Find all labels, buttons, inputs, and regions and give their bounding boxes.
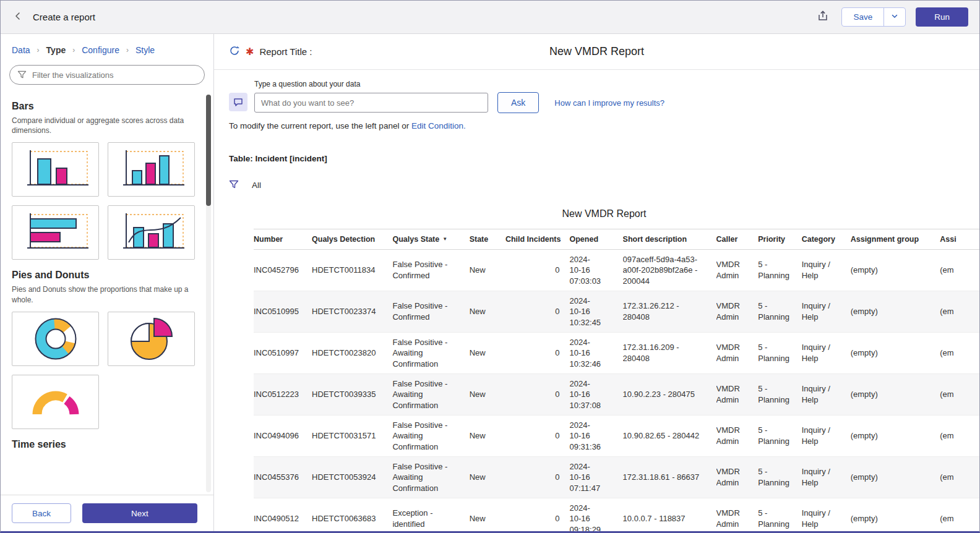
- cell-qualys_detection[interactable]: HDETCT0023820: [312, 333, 392, 374]
- visualization-filter-input[interactable]: [9, 65, 205, 85]
- column-header-caller[interactable]: Caller: [716, 229, 759, 250]
- report-title-value[interactable]: New VMDR Report: [549, 45, 644, 58]
- cell-caller[interactable]: VMDR Admin: [716, 457, 759, 498]
- cell-caller[interactable]: VMDR Admin: [716, 498, 759, 532]
- share-button[interactable]: [814, 7, 832, 27]
- cell-qualys_state: False Positive - Awaiting Confirmation: [392, 457, 469, 498]
- cell-number[interactable]: INC0494096: [254, 416, 312, 457]
- breadcrumb-step-type[interactable]: Type: [46, 45, 66, 55]
- run-button[interactable]: Run: [916, 7, 968, 27]
- gauge-chart-icon: [26, 382, 85, 422]
- filter-condition-all[interactable]: All: [252, 181, 261, 190]
- next-step-button[interactable]: Next: [82, 503, 197, 523]
- cell-number[interactable]: INC0510997: [254, 333, 312, 374]
- table-row: INC0452796HDETCT0011834False Positive - …: [254, 250, 979, 291]
- donut-chart-thumbnail[interactable]: [12, 312, 99, 366]
- cell-short_description: 10.0.0.7 - 118837: [623, 498, 716, 532]
- cell-qualys_detection[interactable]: HDETCT0039335: [312, 374, 392, 416]
- required-asterisk: ✱: [246, 46, 254, 58]
- cell-short_description: 10.90.82.65 - 280442: [623, 416, 716, 457]
- pie-chart-thumbnail[interactable]: [108, 312, 195, 366]
- column-header-priority[interactable]: Priority: [758, 229, 801, 250]
- cell-assignment_group: (empty): [851, 416, 940, 457]
- column-header-assi[interactable]: Assi: [940, 229, 979, 250]
- cell-caller[interactable]: VMDR Admin: [716, 250, 759, 291]
- cell-assignment_group: (empty): [851, 333, 940, 374]
- chevron-right-icon: ›: [37, 46, 40, 54]
- cell-qualys_detection[interactable]: HDETCT0063683: [312, 498, 392, 532]
- column-header-number[interactable]: Number: [254, 229, 312, 250]
- cell-number[interactable]: INC0512223: [254, 374, 312, 416]
- improve-results-link[interactable]: How can I improve my results?: [554, 98, 664, 108]
- cell-caller[interactable]: VMDR Admin: [716, 333, 759, 374]
- cell-qualys_state: False Positive - Confirmed: [392, 250, 469, 291]
- breadcrumb-step-style[interactable]: Style: [135, 45, 155, 55]
- chevron-right-icon: ›: [126, 46, 129, 54]
- cell-number[interactable]: INC0510995: [254, 291, 312, 333]
- topbar: Create a report Save Run: [1, 1, 979, 34]
- refresh-icon[interactable]: [229, 45, 240, 59]
- table-source-label: Table: Incident [incident]: [229, 154, 979, 163]
- cell-qualys_detection[interactable]: HDETCT0031571: [312, 416, 392, 457]
- breadcrumb: Data › Type › Configure › Style: [1, 34, 213, 64]
- ask-button[interactable]: Ask: [497, 92, 539, 113]
- table-row: INC0455376HDETCT0053924False Positive - …: [254, 457, 979, 498]
- cell-qualys_detection[interactable]: HDETCT0023374: [312, 291, 392, 333]
- horizontal-bar-chart-thumbnail[interactable]: [12, 205, 99, 260]
- cell-caller[interactable]: VMDR Admin: [716, 374, 759, 416]
- save-button[interactable]: Save: [842, 8, 883, 26]
- cell-number[interactable]: INC0452796: [254, 250, 312, 291]
- bar-line-chart-thumbnail[interactable]: [108, 205, 195, 260]
- cell-short_description: 097aceff-5d9a-4a53-a00f-202b89bf2a6e - 2…: [623, 250, 716, 291]
- visualization-list: Bars Compare individual or aggregate sco…: [1, 92, 213, 495]
- section-title-pies: Pies and Donuts: [12, 270, 195, 281]
- cell-assignment_group: (empty): [851, 374, 940, 416]
- cell-opened: 2024- 10-16 10:32:45: [569, 291, 622, 333]
- cell-number[interactable]: INC0490512: [254, 498, 312, 532]
- scrollbar-thumb[interactable]: [206, 95, 211, 206]
- pie-chart-icon: [122, 314, 181, 364]
- cell-assignment_group: (empty): [851, 250, 940, 291]
- table-body: INC0452796HDETCT0011834False Positive - …: [254, 250, 979, 532]
- bar-chart-thumbnail-2[interactable]: [108, 142, 195, 197]
- column-header-assignment_group[interactable]: Assignment group: [851, 229, 940, 250]
- cell-qualys_detection[interactable]: HDETCT0011834: [312, 250, 392, 291]
- cell-assi: (em: [940, 291, 979, 333]
- bar-chart-thumbnail-1[interactable]: [12, 142, 99, 197]
- save-dropdown-button[interactable]: [883, 8, 905, 26]
- back-step-button[interactable]: Back: [12, 503, 71, 523]
- bar-line-chart-icon: [114, 209, 189, 256]
- cell-qualys_detection[interactable]: HDETCT0053924: [312, 457, 392, 498]
- edit-condition-link[interactable]: Edit Condition.: [411, 121, 466, 130]
- save-split-button: Save: [841, 7, 906, 27]
- gauge-chart-thumbnail[interactable]: [12, 375, 99, 429]
- cell-category: Inquiry / Help: [802, 250, 851, 291]
- question-input[interactable]: [254, 93, 488, 113]
- report-table-title: New VMDR Report: [229, 208, 979, 220]
- cell-priority: 5 - Planning: [758, 250, 801, 291]
- column-header-category[interactable]: Category: [802, 229, 851, 250]
- sort-descending-icon: ▼: [442, 236, 447, 242]
- cell-assi: (em: [940, 457, 979, 498]
- breadcrumb-step-configure[interactable]: Configure: [82, 45, 119, 55]
- column-header-qualys_state[interactable]: Qualys State▼: [392, 229, 469, 250]
- cell-opened: 2024- 10-16 07:11:47: [569, 457, 622, 498]
- cell-caller[interactable]: VMDR Admin: [716, 291, 759, 333]
- column-header-state[interactable]: State: [470, 229, 505, 250]
- cell-assi: (em: [940, 333, 979, 374]
- sidebar-scrollbar[interactable]: [206, 95, 211, 492]
- cell-caller[interactable]: VMDR Admin: [716, 416, 759, 457]
- column-header-opened[interactable]: Opened: [569, 229, 622, 250]
- section-title-time-series: Time series: [12, 439, 195, 450]
- column-header-qualys_detection[interactable]: Qualys Detection: [312, 229, 392, 250]
- column-header-short_description[interactable]: Short description: [623, 229, 716, 250]
- table-funnel-icon[interactable]: [229, 179, 239, 191]
- filter-funnel-icon: [17, 70, 27, 82]
- column-header-child_incidents[interactable]: Child Incidents: [505, 229, 570, 250]
- cell-number[interactable]: INC0455376: [254, 457, 312, 498]
- cell-priority: 5 - Planning: [758, 374, 801, 416]
- breadcrumb-step-data[interactable]: Data: [12, 45, 30, 55]
- back-button[interactable]: [12, 10, 24, 24]
- cell-assignment_group: (empty): [851, 498, 940, 532]
- cell-opened: 2024- 10-16 07:03:03: [569, 250, 622, 291]
